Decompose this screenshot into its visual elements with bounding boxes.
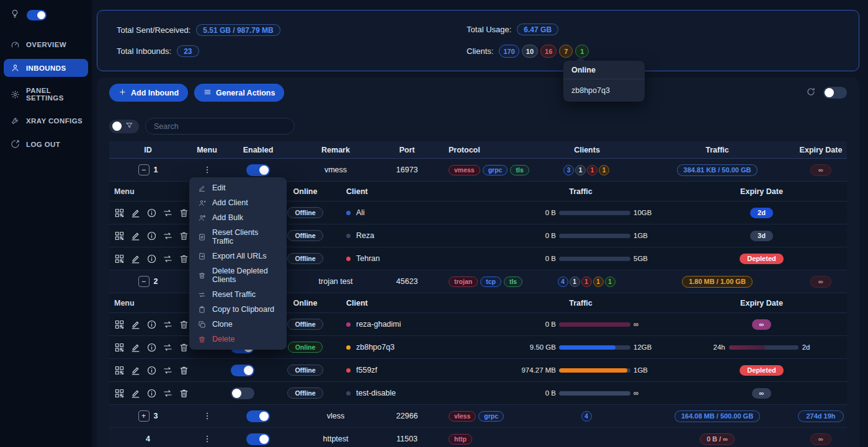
sidebar-item-log-out[interactable]: LOG OUT [4, 135, 88, 153]
clients-count-badge-green[interactable]: 1 [575, 45, 589, 58]
edit-client-icon[interactable] [130, 208, 141, 218]
client-count-badge-gray[interactable]: 1 [575, 165, 586, 175]
context-menu-item-add-client[interactable]: Add Client [189, 195, 287, 210]
qr-icon[interactable] [114, 208, 125, 218]
info-icon[interactable] [146, 365, 157, 376]
qr-icon[interactable] [114, 365, 125, 376]
protocol-tag: trojan [449, 277, 478, 287]
search-input[interactable] [145, 118, 295, 135]
row-menu-button[interactable] [202, 411, 212, 421]
client-count-badge-red[interactable]: 1 [581, 277, 592, 287]
qr-icon[interactable] [114, 254, 125, 264]
client-count-badge-blue[interactable]: 4 [558, 277, 568, 287]
client-color-dot [346, 322, 351, 327]
general-actions-button[interactable]: General Actions [194, 84, 284, 102]
sidebar-item-xray-configs[interactable]: XRAY CONFIGS [4, 112, 88, 130]
add-inbound-button[interactable]: Add Inbound [109, 84, 188, 102]
auto-refresh-toggle[interactable] [823, 87, 847, 99]
client-count-badge-blue[interactable]: 3 [563, 165, 574, 175]
info-icon[interactable] [146, 208, 157, 218]
header-protocol: Protocol [432, 146, 534, 154]
info-icon[interactable] [146, 388, 157, 399]
edit-client-icon[interactable] [130, 231, 141, 241]
collapse-row-icon[interactable]: − [138, 276, 150, 287]
delete-client-icon[interactable] [179, 388, 189, 399]
client-count-badge-orange[interactable]: 1 [599, 165, 609, 175]
reset-traffic-icon[interactable] [163, 231, 173, 241]
context-menu-item-clone[interactable]: Clone [189, 317, 287, 332]
context-menu-item-delete[interactable]: Delete [189, 332, 287, 347]
sidebar-item-overview[interactable]: OVERVIEW [4, 35, 88, 53]
edit-client-icon[interactable] [130, 388, 141, 399]
online-client-name: zb8hpo7q3 [563, 79, 645, 102]
info-icon[interactable] [146, 319, 157, 330]
enabled-toggle[interactable] [246, 433, 270, 445]
collapse-row-icon[interactable]: − [138, 164, 150, 175]
client-count-badge-orange[interactable]: 1 [593, 277, 604, 287]
row-menu-button[interactable] [202, 434, 212, 444]
enabled-toggle[interactable] [246, 164, 270, 176]
protocol-tag: http [449, 434, 472, 445]
delete-client-icon[interactable] [179, 254, 189, 264]
reset-traffic-icon[interactable] [163, 365, 173, 376]
edit-client-icon[interactable] [130, 319, 141, 330]
inbound-id: 2 [154, 277, 158, 286]
theme-toggle[interactable] [27, 10, 47, 20]
traffic-used: 9.50 GB [463, 343, 556, 351]
context-menu-item-delete-depleted-clients[interactable]: Delete Depleted Clients [189, 263, 287, 287]
client-enabled-toggle[interactable] [231, 387, 254, 399]
client-name: zb8hpo7q3 [356, 343, 395, 352]
qr-icon[interactable] [114, 388, 125, 399]
client-count-badge-gray[interactable]: 1 [570, 277, 580, 287]
client-count-badge-blue[interactable]: 4 [581, 411, 592, 422]
delete-client-icon[interactable] [179, 365, 189, 376]
info-icon[interactable] [146, 231, 157, 241]
reset-traffic-icon[interactable] [163, 254, 173, 264]
client-enabled-toggle[interactable] [231, 365, 254, 376]
clients-count-badge-gray[interactable]: 10 [522, 45, 538, 58]
delete-client-icon[interactable] [179, 319, 189, 330]
qr-icon[interactable] [114, 319, 125, 330]
enabled-toggle[interactable] [246, 410, 270, 422]
reset-traffic-icon[interactable] [163, 208, 173, 218]
reset-traffic-icon[interactable] [163, 342, 173, 353]
client-count-badge-green[interactable]: 1 [605, 277, 615, 287]
qr-icon[interactable] [114, 231, 125, 241]
edit-client-icon[interactable] [130, 254, 141, 264]
context-menu-item-reset-clients-traffic[interactable]: Reset Clients Traffic [189, 225, 287, 249]
delete-client-icon[interactable] [179, 208, 189, 218]
refresh-icon[interactable] [806, 87, 816, 99]
qr-icon[interactable] [114, 342, 125, 353]
context-menu-item-reset-traffic[interactable]: Reset Traffic [189, 287, 287, 302]
expiry-badge: 2d [750, 208, 773, 218]
delete-client-icon[interactable] [179, 342, 189, 353]
plus-icon [119, 88, 127, 98]
context-menu-item-add-bulk[interactable]: Add Bulk [189, 210, 287, 225]
info-icon[interactable] [146, 254, 157, 264]
user-icon [11, 63, 20, 73]
expand-row-icon[interactable]: + [138, 410, 150, 422]
clients-count-badge-orange[interactable]: 7 [559, 45, 573, 58]
expiry-badge: Depleted [740, 254, 783, 264]
clients-count-badge-red[interactable]: 16 [540, 45, 557, 58]
online-status-badge: Offline [287, 207, 323, 218]
client-count-badge-red[interactable]: 1 [587, 165, 597, 175]
delete-client-icon[interactable] [179, 231, 189, 241]
traffic-used: 0 B [463, 255, 556, 262]
expiry-badge: ∞ [810, 433, 831, 445]
context-menu-item-copy-to-clipboard[interactable]: Copy to Clipboard [189, 302, 287, 317]
client-color-dot [346, 368, 351, 373]
protocol-tag: tls [504, 277, 522, 287]
edit-client-icon[interactable] [130, 365, 141, 376]
clients-count-badge-blue[interactable]: 170 [499, 45, 519, 58]
context-menu-item-export-all-urls[interactable]: Export All URLs [189, 249, 287, 263]
info-icon[interactable] [146, 342, 157, 353]
reset-traffic-icon[interactable] [163, 388, 173, 399]
row-menu-button[interactable] [202, 165, 212, 175]
edit-client-icon[interactable] [130, 342, 141, 353]
context-menu-item-edit[interactable]: Edit [189, 180, 287, 195]
sidebar-item-panel-settings[interactable]: PANEL SETTINGS [4, 82, 88, 106]
reset-traffic-icon[interactable] [163, 319, 173, 330]
filter-toggle[interactable] [109, 120, 139, 133]
sidebar-item-inbounds[interactable]: INBOUNDS [4, 59, 88, 77]
